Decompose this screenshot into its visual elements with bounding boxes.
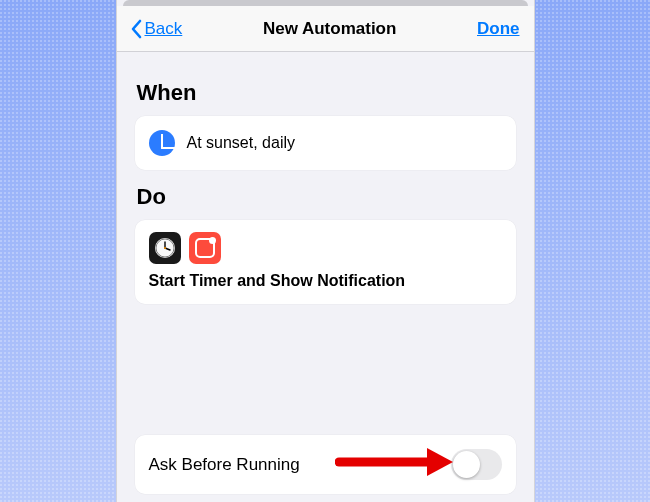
clock-app-icon	[149, 232, 181, 264]
do-header: Do	[137, 184, 514, 210]
navbar: Back New Automation Done	[117, 6, 534, 52]
device-sheet: Back New Automation Done When At sunset,…	[116, 0, 535, 502]
page-title: New Automation	[263, 19, 396, 39]
when-card[interactable]: At sunset, daily	[135, 116, 516, 170]
do-icons-row	[149, 232, 502, 264]
time-icon	[149, 130, 175, 156]
svg-marker-6	[427, 448, 453, 476]
ask-before-running-row: Ask Before Running	[135, 435, 516, 494]
back-label: Back	[145, 19, 183, 39]
svg-point-4	[164, 247, 166, 249]
toggle-knob	[453, 451, 480, 478]
do-summary: Start Timer and Show Notification	[149, 272, 502, 290]
when-text: At sunset, daily	[187, 134, 296, 152]
when-header: When	[137, 80, 514, 106]
callout-arrow-icon	[335, 445, 455, 479]
automation-sheet: Back New Automation Done When At sunset,…	[117, 6, 534, 502]
do-card[interactable]: Start Timer and Show Notification	[135, 220, 516, 304]
chevron-left-icon	[131, 19, 143, 39]
ask-before-running-label: Ask Before Running	[149, 455, 300, 475]
notification-app-icon	[189, 232, 221, 264]
done-button[interactable]: Done	[477, 19, 520, 39]
spacer	[135, 304, 516, 435]
content: When At sunset, daily Do	[117, 52, 534, 502]
ask-before-running-toggle[interactable]	[451, 449, 502, 480]
back-button[interactable]: Back	[131, 19, 183, 39]
